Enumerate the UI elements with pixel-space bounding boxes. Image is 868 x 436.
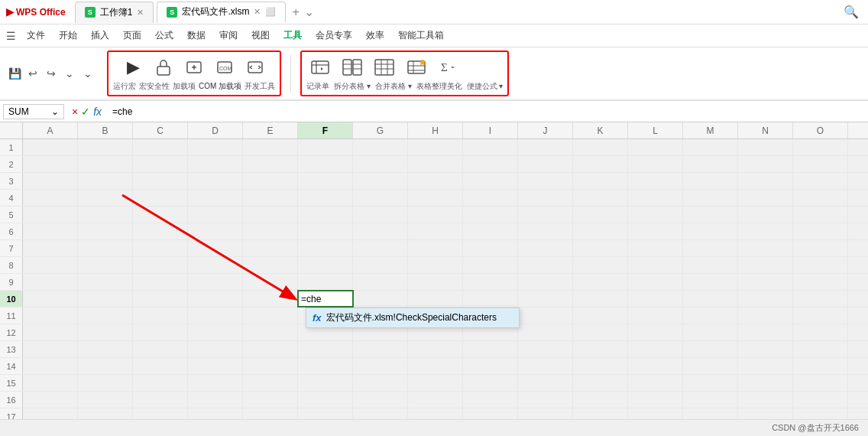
cell-5-1[interactable]: [78, 207, 133, 223]
cell-15-2[interactable]: [133, 375, 188, 391]
menu-formula[interactable]: 公式: [149, 27, 180, 44]
cell-7-6[interactable]: [353, 240, 408, 256]
redo-more-btn[interactable]: ⌄: [79, 65, 96, 82]
cell-15-11[interactable]: [628, 375, 683, 391]
cell-13-2[interactable]: [133, 341, 188, 357]
cell-10-9[interactable]: [518, 291, 573, 307]
cell-16-9[interactable]: [518, 392, 573, 408]
col-header-M[interactable]: M: [683, 122, 738, 138]
cell-1-14[interactable]: [793, 139, 848, 155]
cell-2-11[interactable]: [628, 156, 683, 172]
col-header-A[interactable]: A: [23, 122, 78, 138]
cell-16-2[interactable]: [133, 392, 188, 408]
cell-3-0[interactable]: [23, 173, 78, 189]
cell-3-8[interactable]: [463, 173, 518, 189]
cell-13-6[interactable]: [353, 341, 408, 357]
cell-12-10[interactable]: [573, 324, 628, 340]
cell-4-5[interactable]: [298, 190, 353, 206]
cell-13-5[interactable]: [298, 341, 353, 357]
cell-10-6[interactable]: [353, 291, 408, 307]
menu-insert[interactable]: 插入: [85, 27, 115, 44]
cell-4-6[interactable]: [353, 190, 408, 206]
col-header-J[interactable]: J: [518, 122, 573, 138]
cell-8-3[interactable]: [188, 257, 243, 273]
cell-16-7[interactable]: [408, 392, 463, 408]
cell-13-11[interactable]: [628, 341, 683, 357]
record-btn[interactable]: [306, 55, 334, 80]
cell-9-10[interactable]: [573, 274, 628, 290]
cell-11-1[interactable]: [78, 307, 133, 324]
cell-8-8[interactable]: [463, 257, 518, 273]
cell-7-2[interactable]: [133, 240, 188, 256]
col-header-F[interactable]: F: [298, 122, 353, 138]
cell-12-3[interactable]: [188, 324, 243, 340]
cell-1-1[interactable]: [78, 139, 133, 155]
cell-14-5[interactable]: [298, 358, 353, 374]
com-addins-btn[interactable]: COM: [211, 55, 238, 80]
menu-efficiency[interactable]: 效率: [360, 27, 390, 44]
cell-4-1[interactable]: [78, 190, 133, 206]
cell-16-0[interactable]: [23, 392, 78, 408]
cell-6-14[interactable]: [793, 223, 848, 239]
cell-10-0[interactable]: [23, 291, 78, 307]
cell-13-7[interactable]: [408, 341, 463, 357]
cell-12-4[interactable]: [243, 324, 298, 340]
cell-3-10[interactable]: [573, 173, 628, 189]
cell-5-5[interactable]: [298, 207, 353, 223]
cell-4-11[interactable]: [628, 190, 683, 206]
cell-14-12[interactable]: [683, 358, 738, 374]
cell-16-1[interactable]: [78, 392, 133, 408]
cell-6-9[interactable]: [518, 223, 573, 239]
menu-tools[interactable]: 工具: [277, 27, 308, 44]
cell-16-11[interactable]: [628, 392, 683, 408]
cell-3-5[interactable]: [298, 173, 353, 189]
cell-8-2[interactable]: [133, 257, 188, 273]
cell-13-1[interactable]: [78, 341, 133, 357]
cell-14-11[interactable]: [628, 358, 683, 374]
cell-15-8[interactable]: [463, 375, 518, 391]
cell-12-12[interactable]: [683, 324, 738, 340]
cell-5-12[interactable]: [683, 207, 738, 223]
cell-9-0[interactable]: [23, 274, 78, 290]
cell-16-14[interactable]: [793, 392, 848, 408]
cell-9-3[interactable]: [188, 274, 243, 290]
formula-shortcut-btn[interactable]: Σ: [435, 55, 462, 80]
cell-7-14[interactable]: [793, 240, 848, 256]
cell-7-3[interactable]: [188, 240, 243, 256]
cell-13-13[interactable]: [738, 341, 793, 357]
col-header-D[interactable]: D: [188, 122, 243, 138]
cell-9-13[interactable]: [738, 274, 793, 290]
cell-10-3[interactable]: [188, 291, 243, 307]
cell-11-14[interactable]: [793, 307, 848, 324]
cell-3-7[interactable]: [408, 173, 463, 189]
cell-3-4[interactable]: [243, 173, 298, 189]
autocomplete-dropdown[interactable]: fx 宏代码文件.xlsm!CheckSpecialCharacters: [306, 307, 520, 328]
cell-9-12[interactable]: [683, 274, 738, 290]
cell-3-1[interactable]: [78, 173, 133, 189]
cell-1-8[interactable]: [463, 139, 518, 155]
cell-8-1[interactable]: [78, 257, 133, 273]
cell-7-4[interactable]: [243, 240, 298, 256]
save-btn[interactable]: 💾: [6, 65, 23, 82]
cell-7-1[interactable]: [78, 240, 133, 256]
search-icon[interactable]: 🔍: [840, 2, 862, 22]
cell-1-9[interactable]: [518, 139, 573, 155]
confirm-btn[interactable]: ✓: [81, 106, 90, 118]
cell-3-3[interactable]: [188, 173, 243, 189]
cell-10-11[interactable]: [628, 291, 683, 307]
cell-7-8[interactable]: [463, 240, 518, 256]
undo-more-btn[interactable]: ⌄: [61, 65, 78, 82]
cell-6-13[interactable]: [738, 223, 793, 239]
cell-7-11[interactable]: [628, 240, 683, 256]
cell-4-8[interactable]: [463, 190, 518, 206]
cell-12-1[interactable]: [78, 324, 133, 340]
cell-16-10[interactable]: [573, 392, 628, 408]
cell-reference[interactable]: SUM ⌄: [3, 104, 64, 119]
cell-11-12[interactable]: [683, 307, 738, 324]
cell-15-7[interactable]: [408, 375, 463, 391]
cell-8-0[interactable]: [23, 257, 78, 273]
addins-btn[interactable]: [180, 55, 208, 80]
cell-12-0[interactable]: [23, 324, 78, 340]
macro-security-btn[interactable]: [150, 55, 177, 80]
cell-10-5[interactable]: =che: [298, 291, 353, 307]
